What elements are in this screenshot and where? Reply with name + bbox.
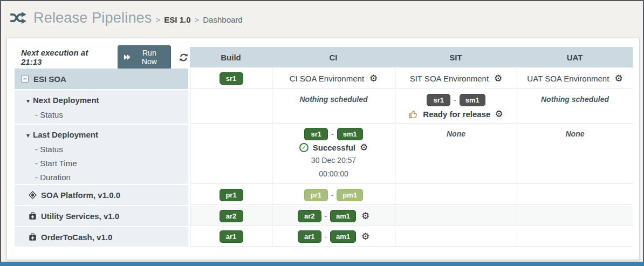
cell-ci-app: ar2 - am1 ⚙ [272, 206, 395, 226]
application-label-cell: Utility Services, v1.0 [15, 206, 188, 226]
version-badge[interactable]: am1 [330, 230, 356, 243]
ci-environment-name: CI SOA Environment [290, 74, 364, 83]
collapse-icon[interactable]: − [21, 75, 29, 83]
gear-icon[interactable]: ⚙ [361, 212, 369, 221]
last-deployment-row: ▾Last Deployment - Status - Start Time -… [15, 125, 639, 184]
next-deployment-title: Next Deployment [33, 96, 99, 105]
tag-row: sr1 - sm1 [304, 128, 362, 140]
pipeline-name: ESI SOA [33, 74, 66, 84]
caret-down-icon[interactable]: ▾ [26, 132, 30, 139]
version-badge[interactable]: am1 [330, 210, 356, 222]
dashboard-card: Next execution at 21:13 Run Now Build CI… [6, 38, 640, 260]
application-name: OrderToCash, v1.0 [41, 233, 112, 242]
cell-uat-environment: UAT SOA Environment ⚙ [517, 69, 633, 89]
next-deployment-row: ▾Next Deployment - Status Nothing schedu… [15, 90, 639, 124]
platform-icon [29, 191, 37, 199]
caret-down-icon[interactable]: ▾ [26, 97, 30, 105]
version-badge[interactable]: sr1 [427, 94, 450, 106]
application-row: SOA Platform, v1.0.0 pr1 pr1 - pm1 [15, 185, 639, 205]
next-deployment-label-cell: ▾Next Deployment - Status [15, 90, 188, 124]
cell-ci-app: pr1 - pm1 [272, 185, 395, 205]
table-header-row: Next execution at 21:13 Run Now Build CI… [15, 47, 639, 67]
cell-ci-environment: CI SOA Environment ⚙ [272, 69, 395, 89]
cell-uat-app [517, 227, 633, 247]
ready-status-line: Ready for release ⚙ [409, 110, 503, 119]
breadcrumb-separator: > [156, 12, 161, 24]
successful-text: Successful [313, 143, 355, 152]
page-title: Release Pipelines [33, 10, 152, 26]
tag-separator: - [454, 96, 456, 104]
fast-forward-icon [124, 54, 131, 60]
version-badge[interactable]: sr1 [220, 72, 243, 85]
application-label-cell: SOA Platform, v1.0.0 [15, 185, 188, 205]
cell-ci-next: Nothing scheduled [272, 90, 395, 124]
uat-environment-name: UAT SOA Environment [527, 74, 609, 83]
pipeline-row: − ESI SOA sr1 CI SOA Environment ⚙ SIT S… [15, 69, 639, 89]
breadcrumb-page[interactable]: Dashboard [203, 12, 242, 24]
version-badge[interactable]: ar2 [298, 210, 321, 222]
breadcrumb-separator: > [195, 12, 200, 24]
application-row: Utility Services, v1.0 ar2 ar2 - am1 ⚙ [15, 206, 639, 226]
version-badge[interactable]: sr1 [304, 128, 328, 140]
success-status-line: ✓ Successful ⚙ [299, 143, 368, 152]
tag-row: ar2 - am1 ⚙ [298, 210, 370, 222]
thumbs-up-icon [409, 110, 419, 119]
sub-row-start-time: - Start Time [26, 156, 188, 170]
sub-row-status: - Status [26, 142, 188, 156]
gear-icon[interactable]: ⚙ [495, 110, 503, 119]
breadcrumb-release[interactable]: ESI 1.0 [164, 12, 190, 24]
version-badge[interactable]: sm1 [460, 94, 485, 106]
version-badge[interactable]: ar1 [220, 230, 243, 243]
page: Release Pipelines > ESI 1.0 > Dashboard … [0, 0, 644, 266]
none-text: None [447, 129, 465, 138]
cell-uat-app [517, 206, 633, 226]
cell-uat-last: None [517, 125, 633, 184]
success-check-icon: ✓ [299, 143, 309, 152]
cell-sit-next: sr1 - sm1 Ready for release ⚙ [395, 90, 517, 124]
cell-sit-app [395, 227, 517, 247]
next-execution-text: Next execution at 21:13 [21, 48, 110, 66]
sub-row-duration: - Duration [26, 170, 188, 185]
cell-build-pipeline: sr1 [190, 69, 272, 89]
sub-row-status: - Status [26, 108, 188, 122]
version-badge[interactable]: ar1 [298, 230, 321, 243]
last-deployment-label-cell: ▾Last Deployment - Status - Start Time -… [15, 125, 188, 184]
column-header-uat: UAT [517, 47, 633, 67]
column-header-ci: CI [272, 47, 395, 67]
application-name: SOA Platform, v1.0.0 [41, 190, 120, 200]
cell-sit-last: None [395, 125, 517, 184]
ready-for-release-text: Ready for release [423, 110, 490, 119]
duration-value: 00:00:00 [319, 168, 348, 179]
gear-icon[interactable]: ⚙ [614, 74, 622, 83]
cell-uat-app [517, 185, 633, 205]
cell-build-next [190, 90, 272, 124]
version-badge[interactable]: sm1 [337, 128, 363, 140]
cell-sit-environment: SIT SOA Environment ⚙ [395, 69, 517, 89]
gear-icon[interactable]: ⚙ [361, 232, 369, 241]
application-row: OrderToCash, v1.0 ar1 ar1 - am1 ⚙ [15, 227, 639, 247]
tag-row: sr1 - sm1 [427, 94, 485, 106]
run-now-label: Run Now [134, 49, 165, 66]
group-title: ▾Next Deployment [26, 93, 188, 108]
gear-icon[interactable]: ⚙ [369, 74, 378, 83]
gear-icon[interactable]: ⚙ [494, 74, 502, 83]
cell-build-last [190, 125, 272, 184]
refresh-icon[interactable] [179, 53, 188, 62]
cell-build-app: pr1 [190, 185, 272, 205]
version-badge[interactable]: ar2 [220, 210, 243, 222]
gear-icon[interactable]: ⚙ [360, 143, 368, 152]
last-deployment-title: Last Deployment [33, 130, 98, 139]
cell-sit-app [395, 185, 517, 205]
app-header: Release Pipelines > ESI 1.0 > Dashboard [1, 1, 643, 35]
version-badge[interactable]: pm1 [337, 189, 363, 201]
cell-ci-app: ar1 - am1 ⚙ [272, 227, 395, 247]
run-now-button[interactable]: Run Now [118, 45, 172, 69]
version-badge[interactable]: pr1 [220, 189, 243, 201]
none-text: None [566, 129, 585, 138]
version-badge[interactable]: pr1 [304, 189, 328, 201]
cell-ci-last: sr1 - sm1 ✓ Successful ⚙ 30 Dec 20:57 00… [272, 125, 395, 184]
tag-separator: - [325, 212, 327, 220]
group-title: ▾Last Deployment [26, 128, 188, 142]
application-icon [29, 233, 37, 241]
pipeline-label-cell: − ESI SOA [15, 69, 188, 89]
